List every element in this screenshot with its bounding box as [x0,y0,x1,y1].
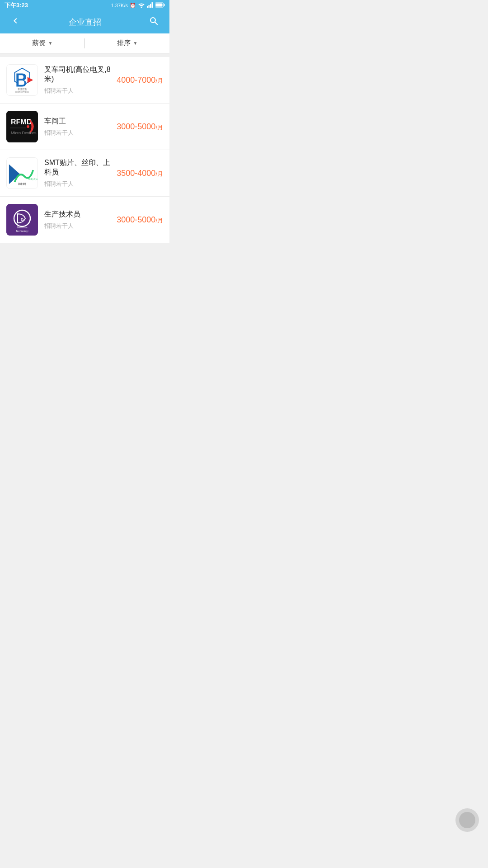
salary-filter[interactable]: 薪资 ▼ [0,33,84,53]
job-title-2: 车间工 [44,117,113,126]
salary-unit-3: /月 [155,170,163,177]
svg-rect-2 [150,4,151,8]
svg-text:Micro Devices: Micro Devices [11,131,37,135]
svg-text:百世汇通: 百世汇通 [18,88,27,90]
company-logo-4: D Detection Technology [6,204,38,236]
company-logo-2: RFMD Micro Devices [6,111,38,142]
svg-text:D: D [21,217,24,222]
salary-unit-1: /月 [155,77,163,84]
job-item-2[interactable]: RFMD Micro Devices 车间工 招聘若干人 3000-5000/月 [0,104,169,150]
job-info-2: 车间工 招聘若干人 [44,117,113,137]
company-logo-1: 百世汇通 BEST EXPRESS [6,64,38,96]
job-item-3[interactable]: 和利时 HollySys SMT贴片、丝印、上料员 招聘若干人 3500-400… [0,150,169,197]
job-info-4: 生产技术员 招聘若干人 [44,210,113,230]
job-list: 百世汇通 BEST EXPRESS 叉车司机(高位电叉,8米) 招聘若干人 40… [0,57,169,243]
sort-filter-label: 排序 [117,39,131,47]
svg-rect-3 [152,2,153,8]
job-title-1: 叉车司机(高位电叉,8米) [44,65,113,84]
svg-rect-5 [156,4,163,7]
page-title: 企业直招 [23,17,146,28]
battery-icon [155,2,165,9]
job-recruit-3: 招聘若干人 [44,180,113,188]
search-button[interactable] [146,16,162,29]
svg-text:Detection: Detection [17,226,27,229]
svg-rect-1 [149,5,150,8]
salary-filter-label: 薪资 [32,39,46,47]
status-time: 下午3:23 [5,1,28,9]
wifi-icon [138,2,145,9]
job-salary-1: 4000-7000/月 [117,75,163,85]
job-salary-2: 3000-5000/月 [117,122,163,132]
job-item-1[interactable]: 百世汇通 BEST EXPRESS 叉车司机(高位电叉,8米) 招聘若干人 40… [0,57,169,104]
back-button[interactable] [7,15,23,29]
company-logo-3: 和利时 HollySys [6,157,38,189]
signal-icon [147,2,153,9]
job-title-4: 生产技术员 [44,210,113,219]
svg-text:RFMD: RFMD [11,118,32,126]
salary-unit-2: /月 [155,124,163,131]
job-recruit-4: 招聘若干人 [44,222,113,230]
svg-text:BEST EXPRESS: BEST EXPRESS [15,91,29,93]
job-item-4[interactable]: D Detection Technology 生产技术员 招聘若干人 3000-… [0,197,169,243]
job-title-3: SMT贴片、丝印、上料员 [44,158,113,177]
status-bar: 下午3:23 1.37K/s ⏰ [0,0,169,11]
status-icons: 1.37K/s ⏰ [111,2,165,9]
job-info-3: SMT贴片、丝印、上料员 招聘若干人 [44,158,113,188]
job-recruit-1: 招聘若干人 [44,87,113,95]
network-speed: 1.37K/s [111,3,128,8]
svg-text:Technology: Technology [16,230,28,232]
salary-filter-arrow: ▼ [48,41,53,46]
filter-bar: 薪资 ▼ 排序 ▼ [0,33,169,53]
svg-text:和利时: 和利时 [18,183,26,185]
header: 企业直招 [0,11,169,33]
svg-rect-6 [164,4,165,6]
job-info-1: 叉车司机(高位电叉,8米) 招聘若干人 [44,65,113,95]
alarm-icon: ⏰ [130,3,136,9]
job-recruit-2: 招聘若干人 [44,129,113,137]
job-salary-3: 3500-4000/月 [117,169,163,178]
svg-point-14 [27,125,29,128]
sort-filter-arrow: ▼ [133,41,138,46]
sort-filter[interactable]: 排序 ▼ [85,33,169,53]
svg-text:HollySys: HollySys [28,178,38,180]
svg-rect-0 [147,6,148,8]
salary-unit-4: /月 [155,217,163,224]
job-salary-4: 3000-5000/月 [117,215,163,225]
